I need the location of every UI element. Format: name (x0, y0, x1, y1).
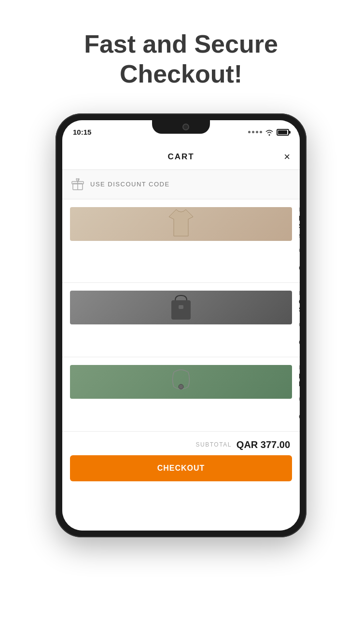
item-size: s (299, 232, 300, 239)
status-bar: 10:15 (62, 120, 300, 144)
item-details: DOHA STORE BAT SLEEVE T-SHIRT s Quantity… (299, 207, 300, 275)
checkout-button[interactable]: CHECKOUT (70, 455, 292, 481)
subtotal-label: SUBTOTAL (196, 441, 232, 448)
item-price-row: QAR 179.00 (299, 336, 300, 349)
item-name: BAT SLEEVE T-SHIRT (299, 214, 300, 230)
store-name: DOHA STORE (299, 207, 300, 212)
item-price-row: QAR 99.00 (299, 410, 300, 423)
discount-row[interactable] (62, 170, 300, 199)
svg-rect-5 (171, 300, 191, 320)
gift-icon (70, 177, 85, 192)
item-image-bag (70, 291, 292, 324)
store-name: DOHA STORE (299, 291, 300, 296)
item-price: QAR 99.00 (299, 264, 300, 272)
cart-item: DOHA STORE CANTA VIP SHOULDER BAG Quanti… (62, 283, 300, 357)
quantity-label: Quantity (299, 396, 300, 403)
item-price: QAR 179.00 (299, 338, 300, 346)
item-details: DOHA STORE NINOVA SILVER MICAEL Quantity… (299, 365, 300, 423)
discount-code-input[interactable] (90, 181, 292, 188)
phone-screen: CART × (62, 144, 300, 531)
quantity-row: Quantity − 1 + (299, 244, 300, 257)
quantity-row: Quantity − 1 + (299, 392, 300, 406)
item-price-row: QAR 99.00 (299, 261, 300, 275)
cart-title: CART (167, 152, 194, 162)
svg-point-9 (179, 384, 183, 389)
store-name: DOHA STORE (299, 365, 300, 370)
subtotal-row: SUBTOTAL QAR 377.00 (62, 432, 300, 455)
status-icons (248, 129, 289, 136)
page-header: Fast and Secure Checkout! (0, 0, 362, 109)
item-price: QAR 99.00 (299, 413, 300, 420)
battery-icon (277, 129, 289, 136)
item-name: NINOVA SILVER MICAEL (299, 372, 300, 388)
wifi-icon (265, 129, 274, 136)
quantity-label: Quantity (299, 322, 300, 328)
cart-item: DOHA STORE NINOVA SILVER MICAEL Quantity… (62, 357, 300, 432)
phone-frame: 10:15 (56, 113, 306, 537)
item-name: CANTA VIP SHOULDER BAG (299, 298, 300, 313)
cart-header: CART × (62, 144, 300, 170)
quantity-label: Quantity (299, 247, 300, 254)
notch (152, 120, 210, 134)
item-image-necklace (70, 365, 292, 399)
item-image-tshirt (70, 207, 292, 241)
page-title: Fast and Secure Checkout! (19, 29, 343, 89)
camera (182, 124, 189, 130)
item-details: DOHA STORE CANTA VIP SHOULDER BAG Quanti… (299, 291, 300, 349)
subtotal-amount: QAR 377.00 (237, 439, 290, 450)
status-time: 10:15 (73, 128, 91, 136)
phone-inner: 10:15 (62, 120, 300, 531)
phone-wrapper: 10:15 (56, 113, 306, 537)
svg-rect-6 (179, 305, 183, 309)
quantity-row: Quantity − 1 + (299, 318, 300, 332)
cart-item: DOHA STORE BAT SLEEVE T-SHIRT s Quantity… (62, 199, 300, 283)
close-button[interactable]: × (284, 152, 290, 162)
signal-icon (248, 131, 262, 133)
